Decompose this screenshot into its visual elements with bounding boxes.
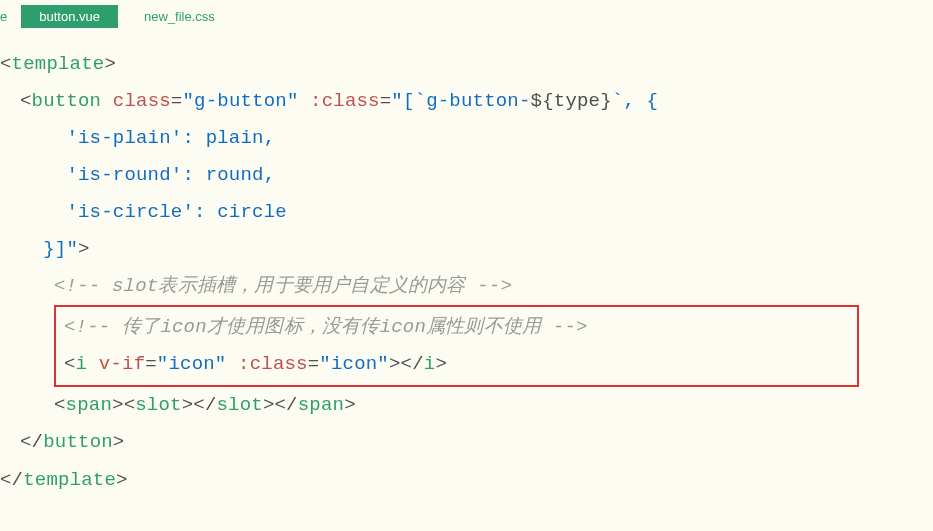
code-line: <template> bbox=[0, 46, 933, 83]
code-line: 'is-circle': circle bbox=[0, 194, 933, 231]
tab-button-vue[interactable]: button.vue bbox=[21, 5, 118, 28]
tab-bar: e button.vue new_file.css bbox=[0, 0, 933, 32]
tab-partial[interactable]: e bbox=[0, 5, 13, 28]
code-line: 'is-plain': plain, bbox=[0, 120, 933, 157]
code-line: <i v-if="icon" :class="icon"></i> bbox=[64, 346, 849, 383]
code-line: <button class="g-button" :class="[`g-but… bbox=[0, 83, 933, 120]
code-line: }]"> bbox=[0, 231, 933, 268]
highlighted-block: <!-- 传了icon才使用图标，没有传icon属性则不使用 --> <i v-… bbox=[54, 305, 859, 387]
code-line: </button> bbox=[0, 424, 933, 461]
code-line: <span><slot></slot></span> bbox=[0, 387, 933, 424]
code-comment: <!-- 传了icon才使用图标，没有传icon属性则不使用 --> bbox=[64, 309, 849, 346]
code-editor[interactable]: <template> <button class="g-button" :cla… bbox=[0, 32, 933, 499]
code-comment: <!-- slot表示插槽，用于要用户自定义的内容 --> bbox=[0, 268, 933, 305]
code-line: </template> bbox=[0, 462, 933, 499]
tab-new-file-css[interactable]: new_file.css bbox=[126, 5, 233, 28]
code-line: 'is-round': round, bbox=[0, 157, 933, 194]
